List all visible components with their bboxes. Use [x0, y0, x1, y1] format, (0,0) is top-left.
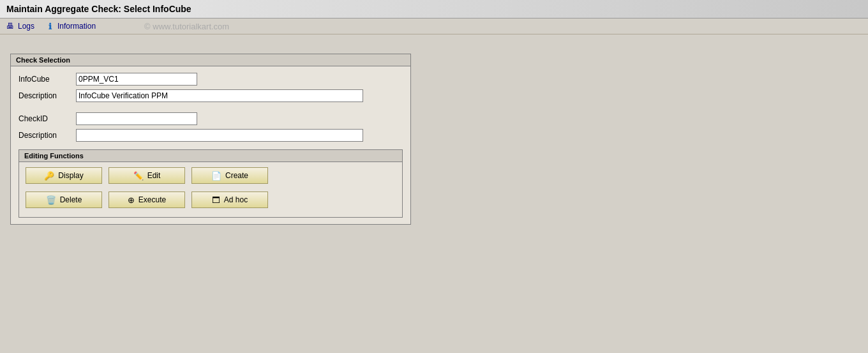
edit-icon: ✏️ [133, 171, 144, 181]
logs-label: Logs [18, 22, 34, 31]
check-selection-body: InfoCube Description CheckID Description [11, 66, 410, 224]
check-selection-panel: Check Selection InfoCube Description Che… [10, 54, 411, 225]
adhoc-label: Ad hoc [224, 195, 248, 204]
main-content: Check Selection InfoCube Description Che… [0, 34, 868, 237]
infocube-label: InfoCube [19, 75, 76, 84]
description-label-1: Description [19, 91, 76, 100]
checkid-row: CheckID [19, 112, 403, 125]
buttons-row-1: 🔑 Display ✏️ Edit 📄 Create [19, 162, 402, 186]
execute-icon: ⊕ [128, 195, 135, 205]
description-label-2: Description [19, 131, 76, 140]
display-icon: 🔑 [44, 171, 54, 181]
description-row-2: Description [19, 129, 403, 142]
delete-label: Delete [60, 195, 82, 204]
description-input-2[interactable] [76, 129, 363, 142]
logs-icon: 🖶 [5, 21, 15, 31]
create-icon: 📄 [211, 171, 221, 181]
check-selection-title: Check Selection [11, 54, 410, 66]
delete-icon: 🗑️ [46, 195, 56, 205]
adhoc-button[interactable]: 🗖 Ad hoc [191, 192, 268, 208]
logs-menu-item[interactable]: 🖶 Logs [5, 21, 34, 31]
display-button[interactable]: 🔑 Display [26, 167, 102, 184]
description-row-1: Description [19, 89, 403, 102]
adhoc-icon: 🗖 [212, 195, 220, 205]
description-input-1[interactable] [76, 89, 363, 102]
display-label: Display [58, 171, 83, 180]
checkid-input[interactable] [76, 112, 197, 125]
create-label: Create [225, 171, 248, 180]
execute-button[interactable]: ⊕ Execute [108, 192, 185, 208]
checkid-label: CheckID [19, 114, 76, 123]
infocube-row: InfoCube [19, 73, 403, 86]
edit-button[interactable]: ✏️ Edit [108, 167, 185, 184]
execute-label: Execute [138, 195, 166, 204]
buttons-row-2: 🗑️ Delete ⊕ Execute 🗖 Ad hoc [19, 186, 402, 211]
page-title: Maintain Aggregate Check: Select InfoCub… [6, 4, 191, 14]
editing-functions-title: Editing Functions [19, 150, 402, 162]
infocube-input[interactable] [76, 73, 197, 86]
menu-bar: 🖶 Logs ℹ Information © www.tutorialkart.… [0, 19, 868, 34]
watermark-text: © www.tutorialkart.com [144, 22, 229, 31]
information-menu-item[interactable]: ℹ Information [45, 21, 96, 31]
title-bar: Maintain Aggregate Check: Select InfoCub… [0, 0, 868, 19]
information-icon: ℹ [45, 21, 55, 31]
editing-functions-panel: Editing Functions 🔑 Display ✏️ Edit 📄 Cr… [19, 149, 403, 218]
create-button[interactable]: 📄 Create [191, 167, 268, 184]
delete-button[interactable]: 🗑️ Delete [26, 192, 102, 208]
information-label: Information [57, 22, 96, 31]
edit-label: Edit [147, 171, 161, 180]
